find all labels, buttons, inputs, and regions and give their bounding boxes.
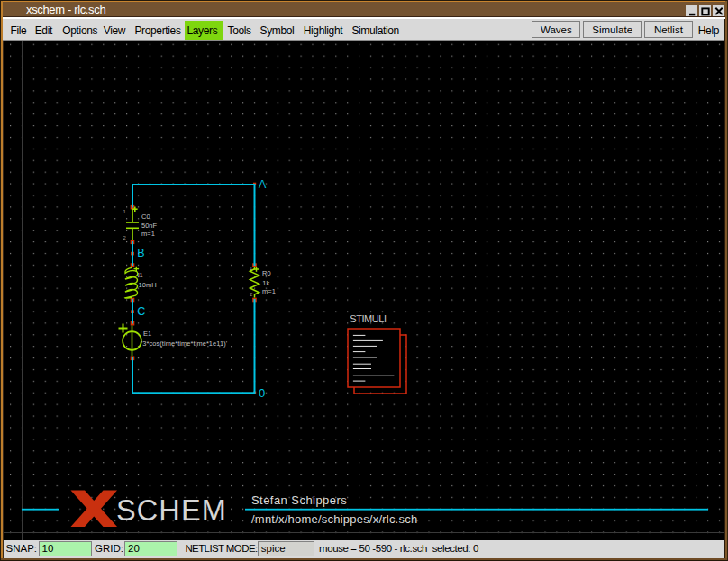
svg-text:STIMULI: STIMULI bbox=[350, 313, 387, 324]
svg-text:'3*cos(time*time*time*1e11)': '3*cos(time*time*time*1e11)' bbox=[141, 339, 228, 348]
svg-text:SCHEM: SCHEM bbox=[116, 494, 227, 527]
svg-text:m=1: m=1 bbox=[262, 287, 276, 295]
svg-text:l1: l1 bbox=[138, 271, 143, 279]
svg-text:Stefan Schippers: Stefan Schippers bbox=[251, 493, 347, 507]
svg-text:m=1: m=1 bbox=[141, 230, 155, 238]
svg-text:E1: E1 bbox=[143, 330, 151, 338]
svg-text:10mH: 10mH bbox=[139, 281, 157, 289]
svg-text:A: A bbox=[259, 178, 267, 191]
svg-text:C0: C0 bbox=[141, 213, 150, 221]
svg-text:/mnt/x/home/schippes/x/rlc.sch: /mnt/x/home/schippes/x/rlc.sch bbox=[251, 512, 417, 526]
svg-text:R0: R0 bbox=[262, 269, 271, 277]
svg-text:50nF: 50nF bbox=[141, 222, 158, 230]
svg-text:0: 0 bbox=[259, 387, 265, 400]
svg-text:1k: 1k bbox=[262, 279, 269, 287]
svg-text:C: C bbox=[137, 305, 145, 318]
svg-text:B: B bbox=[137, 247, 144, 259]
